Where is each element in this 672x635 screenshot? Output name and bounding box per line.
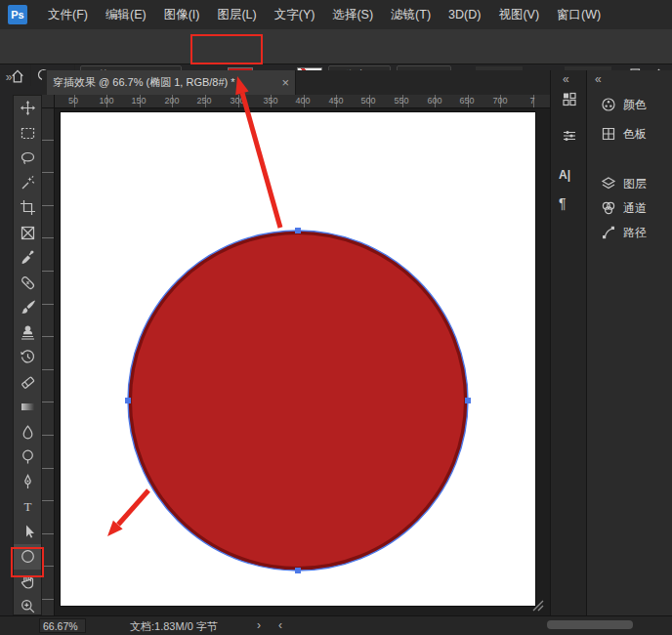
ruler-number: 500 <box>360 96 375 106</box>
menu-edit[interactable]: 编辑(E) <box>97 0 155 29</box>
status-popup-chevron-icon[interactable]: › <box>257 618 261 632</box>
brush-tool-icon <box>20 299 36 316</box>
document-tab-bar: 穿插效果 @ 66.7% (椭圆 1, RGB/8#) * × <box>42 70 550 95</box>
clone-stamp-tool[interactable] <box>14 320 41 346</box>
document-canvas[interactable] <box>61 112 535 606</box>
quick-selection-tool[interactable] <box>14 171 41 196</box>
eraser-tool[interactable] <box>14 370 41 396</box>
svg-text:T: T <box>23 499 31 514</box>
ruler-number: 250 <box>196 96 211 106</box>
ruler-number: 700 <box>492 96 507 106</box>
zoom-tool-icon <box>20 598 36 614</box>
ruler-number: 600 <box>427 96 441 106</box>
type-tool-icon: T <box>20 498 36 515</box>
layers-panel-icon <box>601 176 616 191</box>
layers-panel-tab[interactable]: 图层 <box>587 171 672 196</box>
paths-panel-label: 路径 <box>623 225 647 241</box>
type-tool[interactable]: T <box>14 494 41 520</box>
menu-layer[interactable]: 图层(L) <box>208 0 265 29</box>
color-panel-tab[interactable]: 颜色 <box>587 92 672 117</box>
vertical-ruler <box>42 107 55 615</box>
rectangular-marquee-tool[interactable] <box>14 121 41 147</box>
horizontal-ruler: 50 100 150 200 250 300 350 400 450 500 5… <box>42 95 550 108</box>
paragraph-panel-button[interactable]: ¶ <box>559 195 567 211</box>
canvas-resize-grip-icon[interactable] <box>528 596 544 612</box>
lasso-tool-icon <box>20 149 36 166</box>
properties-panel-icon <box>562 128 577 144</box>
ruler-number: 650 <box>459 96 474 106</box>
brush-tool[interactable] <box>14 295 41 320</box>
collapse-dock-button[interactable]: « <box>595 72 602 86</box>
healing-brush-tool[interactable] <box>14 271 41 296</box>
ruler-number: 100 <box>99 96 113 106</box>
status-bar: 66.67% 文档:1.83M/0 字节 › ‹ <box>0 615 672 635</box>
panel-dock: « 颜色 色板 图层 通道 路径 <box>586 70 672 615</box>
path-selection-tool[interactable] <box>14 520 41 545</box>
menu-file[interactable]: 文件(F) <box>39 0 97 29</box>
adjustments-panel-button[interactable] <box>561 90 578 107</box>
marquee-tool-icon <box>20 125 36 142</box>
dodge-tool[interactable] <box>14 444 41 470</box>
properties-panel-button[interactable] <box>561 127 578 145</box>
collapse-panels-button[interactable]: « <box>563 72 569 86</box>
document-size-info: 文档:1.83M/0 字节 <box>130 619 218 634</box>
menu-image[interactable]: 图像(I) <box>155 0 209 29</box>
channels-panel-tab[interactable]: 通道 <box>587 195 672 221</box>
path-anchor-right[interactable] <box>465 398 471 403</box>
frame-tool-icon <box>20 225 36 241</box>
menu-view[interactable]: 视图(V) <box>489 0 548 29</box>
status-back-chevron-icon[interactable]: ‹ <box>278 618 282 632</box>
ruler-number: 150 <box>131 96 146 106</box>
paths-panel-tab[interactable]: 路径 <box>587 220 672 245</box>
gradient-tool[interactable] <box>14 395 41 420</box>
swatches-panel-label: 色板 <box>623 126 647 143</box>
character-panel-button[interactable]: A| <box>559 168 570 182</box>
path-selection-tool-icon <box>20 524 36 540</box>
layers-panel-label: 图层 <box>623 176 647 192</box>
blur-tool-icon <box>20 424 36 441</box>
path-anchor-left[interactable] <box>125 398 131 403</box>
document-tab[interactable]: 穿插效果 @ 66.7% (椭圆 1, RGB/8#) * × <box>47 70 296 95</box>
ruler-number: 200 <box>164 96 179 106</box>
history-brush-tool[interactable] <box>14 345 41 370</box>
move-tool[interactable] <box>14 96 41 121</box>
zoom-level-input[interactable]: 66.67% <box>39 618 86 633</box>
adjustments-panel-icon <box>562 91 577 106</box>
eyedropper-tool-icon <box>20 249 36 266</box>
menu-window[interactable]: 窗口(W) <box>548 0 609 29</box>
menu-filter[interactable]: 滤镜(T) <box>382 0 440 29</box>
panel-icon-rail: « A| ¶ <box>550 70 587 615</box>
path-anchor-bottom[interactable] <box>295 568 301 573</box>
history-brush-tool-icon <box>20 349 36 365</box>
tab-close-icon[interactable]: × <box>275 75 289 90</box>
channels-panel-label: 通道 <box>623 200 647 217</box>
path-anchor-top[interactable] <box>295 228 301 233</box>
horizontal-scrollbar-thumb[interactable] <box>547 620 633 629</box>
clone-stamp-tool-icon <box>20 324 36 341</box>
blur-tool[interactable] <box>14 420 41 445</box>
eyedropper-tool[interactable] <box>14 245 41 271</box>
healing-brush-tool-icon <box>20 275 36 291</box>
dodge-tool-icon <box>20 448 36 465</box>
pen-tool-icon <box>20 474 36 490</box>
tools-panel: T <box>13 95 42 615</box>
red-circle-shape[interactable] <box>130 233 466 569</box>
swatches-panel-tab[interactable]: 色板 <box>587 121 672 147</box>
ruler-number: 50 <box>68 96 78 106</box>
crop-tool[interactable] <box>14 195 41 221</box>
toolbar-expand-button[interactable]: » <box>2 70 16 88</box>
photoshop-logo-icon: Ps <box>8 5 27 24</box>
frame-tool[interactable] <box>14 221 41 246</box>
menu-select[interactable]: 选择(S) <box>323 0 382 29</box>
ellipse-shape-layer[interactable] <box>61 112 535 606</box>
menu-type[interactable]: 文字(Y) <box>266 0 324 29</box>
ruler-origin-corner <box>42 95 55 108</box>
zoom-tool[interactable] <box>14 594 41 615</box>
canvas-area[interactable]: 50 100 150 200 250 300 350 400 450 500 5… <box>42 95 550 615</box>
menu-3d[interactable]: 3D(D) <box>440 0 489 29</box>
lasso-tool[interactable] <box>14 146 41 171</box>
ruler-number: 550 <box>394 96 408 106</box>
pen-tool[interactable] <box>14 470 41 495</box>
gradient-tool-icon <box>20 399 36 415</box>
crop-tool-icon <box>20 199 36 216</box>
